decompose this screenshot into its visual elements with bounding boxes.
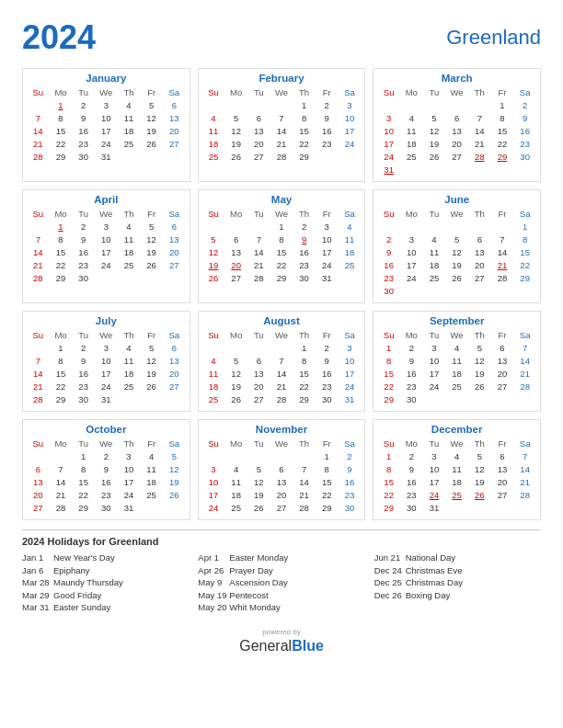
- cal-day: 28: [293, 501, 316, 514]
- cal-day: 4: [118, 98, 141, 111]
- cal-day: 7: [50, 462, 73, 475]
- cal-day: 12: [224, 124, 247, 137]
- cal-day: 25: [400, 150, 423, 163]
- cal-day: 31: [377, 163, 400, 176]
- cal-day: 16: [377, 258, 400, 271]
- cal-day: 2: [400, 341, 423, 354]
- cal-day: 12: [224, 367, 247, 380]
- cal-day: 9: [377, 245, 400, 258]
- cal-day: 9: [72, 233, 95, 245]
- holiday-name: Whit Monday: [229, 602, 280, 612]
- cal-day: 3: [118, 449, 141, 462]
- day-header-sa: Sa: [513, 438, 536, 449]
- holiday-item: Apr 1Easter Monday: [198, 552, 364, 563]
- cal-day: 5: [140, 220, 163, 233]
- day-header-su: Su: [202, 86, 225, 98]
- day-header-mo: Mo: [224, 208, 247, 220]
- cal-day: 30: [95, 501, 118, 514]
- cal-day: 1: [50, 341, 73, 354]
- cal-day: 13: [247, 367, 270, 380]
- cal-day: [377, 98, 400, 111]
- cal-day: 6: [224, 233, 247, 245]
- cal-day: [202, 449, 225, 462]
- cal-day: 30: [72, 392, 95, 405]
- cal-day: 25: [140, 488, 163, 501]
- holiday-date: May 20: [198, 602, 229, 612]
- cal-day: 15: [50, 367, 73, 380]
- cal-day: [468, 220, 491, 233]
- cal-day: [423, 392, 446, 405]
- cal-day: 10: [202, 475, 225, 488]
- holiday-item: Dec 25Christmas Day: [374, 577, 541, 587]
- cal-day: 11: [445, 462, 468, 475]
- cal-day: 11: [118, 233, 141, 245]
- cal-day: 23: [72, 137, 95, 150]
- cal-day: 29: [316, 501, 339, 514]
- day-header-fr: Fr: [316, 86, 339, 98]
- holiday-date: Mar 28: [22, 577, 53, 587]
- cal-day: 27: [224, 271, 247, 284]
- day-header-mo: Mo: [224, 329, 247, 341]
- cal-day: 18: [339, 245, 362, 258]
- cal-day: 10: [423, 462, 446, 475]
- cal-day: 11: [118, 111, 141, 124]
- cal-day: 2: [293, 220, 316, 233]
- day-header-fr: Fr: [140, 438, 163, 449]
- year-label: 2024: [22, 18, 96, 57]
- cal-day: [27, 220, 50, 233]
- cal-day: 7: [247, 233, 270, 245]
- month-title: February: [202, 73, 362, 84]
- day-header-mo: Mo: [50, 329, 73, 341]
- cal-day: 6: [27, 462, 50, 475]
- cal-day: 12: [202, 245, 225, 258]
- cal-day: 15: [72, 475, 95, 488]
- day-header-su: Su: [202, 329, 225, 341]
- cal-day: 17: [118, 475, 141, 488]
- cal-day: 3: [423, 449, 446, 462]
- cal-day: 20: [163, 245, 186, 258]
- cal-day: [163, 271, 186, 284]
- month-block-february: FebruarySuMoTuWeThFrSa123456789101112131…: [198, 68, 366, 182]
- holiday-date: Dec 24: [374, 565, 406, 575]
- cal-day: 24: [423, 488, 446, 501]
- cal-day: 8: [72, 462, 95, 475]
- month-block-september: SeptemberSuMoTuWeThFrSa12345678910111213…: [373, 311, 541, 412]
- cal-day: 1: [377, 341, 400, 354]
- cal-day: 15: [270, 245, 293, 258]
- holiday-item: Mar 28Maundy Thursday: [22, 577, 189, 587]
- cal-day: [163, 501, 186, 514]
- cal-day: 10: [118, 462, 141, 475]
- day-header-th: Th: [293, 438, 316, 449]
- cal-day: [270, 98, 293, 111]
- cal-day: 7: [293, 462, 316, 475]
- cal-day: 11: [202, 367, 225, 380]
- cal-day: 23: [316, 137, 339, 150]
- day-header-th: Th: [468, 438, 491, 449]
- day-header-sa: Sa: [339, 329, 362, 341]
- cal-day: 8: [50, 111, 73, 124]
- cal-day: 3: [202, 462, 225, 475]
- cal-day: 24: [316, 258, 339, 271]
- cal-day: 3: [339, 341, 362, 354]
- cal-day: 5: [468, 449, 491, 462]
- cal-day: 30: [316, 392, 339, 405]
- cal-day: 19: [423, 137, 446, 150]
- day-header-th: Th: [468, 329, 491, 341]
- cal-day: 27: [247, 392, 270, 405]
- holidays-section: 2024 Holidays for Greenland Jan 1New Yea…: [22, 529, 541, 615]
- cal-day: [423, 163, 446, 176]
- cal-day: 16: [72, 367, 95, 380]
- holiday-name: Easter Sunday: [53, 602, 110, 612]
- day-header-we: We: [270, 438, 293, 449]
- cal-day: [247, 449, 270, 462]
- cal-day: 18: [400, 137, 423, 150]
- cal-day: 9: [72, 354, 95, 367]
- cal-day: 21: [27, 380, 50, 392]
- cal-day: 1: [50, 220, 73, 233]
- cal-day: 8: [270, 233, 293, 245]
- month-title: June: [377, 194, 536, 205]
- cal-day: 6: [468, 233, 491, 245]
- day-header-fr: Fr: [491, 329, 514, 341]
- cal-day: 5: [224, 354, 247, 367]
- holidays-grid: Jan 1New Year's DayJan 6EpiphanyMar 28Ma…: [22, 552, 541, 615]
